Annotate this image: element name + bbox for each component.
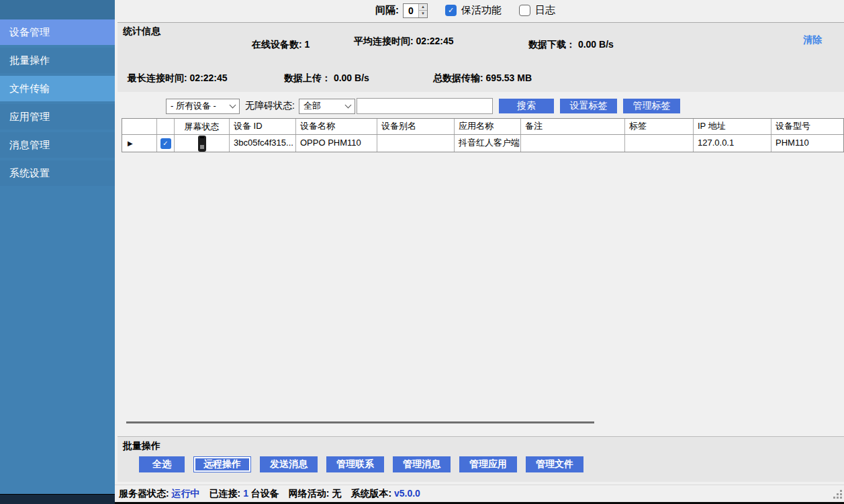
expander-arrow-icon[interactable]: ▶ (128, 140, 133, 147)
sidebar: 设备管理 批量操作 文件传输 应用管理 消息管理 系统设置 (0, 0, 115, 495)
stat-upload: 数据上传： 0.00 B/s (284, 72, 369, 85)
taskbar-fragment (0, 494, 115, 504)
batch-buttons-row: 全选 远程操作 发送消息 管理联系 管理消息 管理应用 管理文件 (139, 456, 592, 472)
col-device-alias: 设备别名 (377, 119, 455, 134)
sidebar-item-app-management[interactable]: 应用管理 (0, 104, 115, 130)
stat-total-value: 695.53 MB (486, 72, 532, 83)
resize-grip-icon[interactable] (834, 491, 842, 499)
row-app-name: 抖音红人客户端 (455, 135, 521, 152)
remote-operation-button[interactable]: 远程操作 (193, 456, 251, 472)
stat-avg-label: 平均连接时间: (354, 36, 414, 46)
stat-longest-connect-time: 最长连接时间: 02:22:45 (128, 72, 228, 85)
stat-download-label: 数据下载： (528, 39, 575, 50)
send-message-button[interactable]: 发送消息 (260, 456, 318, 472)
log-label: 日志 (535, 4, 555, 17)
horizontal-scrollbar-thumb[interactable] (126, 421, 594, 423)
device-table: 屏幕状态 设备 ID 设备名称 设备别名 应用名称 备注 标签 IP 地址 设备… (122, 118, 844, 152)
sidebar-item-system-settings[interactable]: 系统设置 (0, 160, 115, 186)
col-expander (122, 119, 157, 134)
system-version-segment: 系统版本: v5.0.0 (350, 488, 420, 500)
manage-messages-button[interactable]: 管理消息 (393, 456, 451, 472)
row-screen-status-cell[interactable] (175, 135, 230, 152)
log-checkbox-group[interactable]: 日志 (519, 4, 555, 17)
manage-apps-button[interactable]: 管理应用 (459, 456, 517, 472)
keepalive-checkbox[interactable]: ✓ (445, 5, 457, 16)
sidebar-item-device-management[interactable]: 设备管理 (0, 19, 115, 45)
app-window: 设备管理 批量操作 文件传输 应用管理 消息管理 系统设置 间隔: 0 ▲ ▼ … (0, 0, 844, 504)
accessibility-filter-label: 无障碍状态: (245, 100, 295, 112)
col-checkbox (157, 119, 175, 134)
spinner-up-icon[interactable]: ▲ (419, 4, 427, 11)
server-status-label: 服务器状态: (119, 488, 169, 499)
keepalive-checkbox-group[interactable]: ✓ 保活功能 (445, 4, 502, 17)
row-expander-cell[interactable]: ▶ (122, 135, 157, 152)
col-device-name: 设备名称 (296, 119, 377, 134)
row-device-name: OPPO PHM110 (296, 135, 377, 152)
phone-screen-icon[interactable] (198, 136, 206, 152)
select-all-button[interactable]: 全选 (139, 456, 185, 472)
stat-avg-value: 02:22:45 (416, 36, 454, 46)
batch-operations-panel: 批量操作 全选 远程操作 发送消息 管理联系 管理消息 管理应用 管理文件 (118, 436, 844, 482)
stat-upload-value: 0.00 B/s (334, 72, 369, 83)
sidebar-item-message-management[interactable]: 消息管理 (0, 132, 115, 158)
stat-online-label: 在线设备数: (252, 39, 302, 50)
system-version-value: v5.0.0 (394, 488, 420, 499)
network-activity-segment: 网络活动: 无 (289, 488, 342, 500)
row-ip-address: 127.0.0.1 (694, 135, 771, 152)
sidebar-item-batch-operations[interactable]: 批量操作 (0, 48, 115, 73)
manage-files-button[interactable]: 管理文件 (526, 456, 583, 472)
col-screen-status: 屏幕状态 (175, 119, 230, 134)
network-activity-label: 网络活动: (289, 488, 330, 499)
row-remark (521, 135, 625, 152)
row-device-model: PHM110 (771, 135, 843, 152)
stat-total-transfer: 总数据传输: 695.53 MB (433, 72, 532, 85)
row-device-id: 3bc05fc4f315... (230, 135, 296, 152)
connected-label: 已连接: (209, 488, 241, 499)
search-input[interactable] (357, 98, 493, 114)
connected-unit: 台设备 (251, 488, 279, 499)
stat-total-label: 总数据传输: (433, 72, 483, 83)
row-tag (625, 135, 694, 152)
statistics-title: 统计信息 (123, 26, 160, 38)
server-status-value: 运行中 (172, 488, 200, 499)
interval-spinner[interactable]: 0 ▲ ▼ (403, 3, 428, 18)
manage-contacts-button[interactable]: 管理联系 (326, 456, 384, 472)
spinner-down-icon[interactable]: ▼ (419, 10, 427, 17)
col-tag: 标签 (625, 119, 694, 134)
spinner-buttons: ▲ ▼ (418, 4, 427, 17)
stat-avg-connect-time: 平均连接时间: 02:22:45 (354, 36, 454, 48)
manage-tag-button[interactable]: 管理标签 (623, 99, 680, 113)
interval-label: 间隔: (375, 4, 399, 17)
col-ip-address: IP 地址 (694, 119, 771, 134)
clear-stats-link[interactable]: 清除 (803, 34, 822, 46)
set-tag-button[interactable]: 设置标签 (560, 99, 617, 113)
main-area: 间隔: 0 ▲ ▼ ✓ 保活功能 日志 统计信息 在线设备数: 1 (115, 0, 844, 504)
row-checkbox-cell: ✓ (157, 135, 175, 152)
stat-download-value: 0.00 B/s (578, 39, 614, 50)
chevron-down-icon (344, 101, 351, 108)
stat-online-value: 1 (305, 39, 310, 50)
row-device-alias (377, 135, 455, 152)
filter-row: - 所有设备 - 无障碍状态: 全部 搜索 设置标签 管理标签 (115, 97, 844, 115)
device-filter-value: - 所有设备 - (171, 100, 216, 112)
stat-longest-label: 最长连接时间: (128, 72, 187, 83)
stat-upload-label: 数据上传： (284, 72, 331, 83)
system-version-label: 系统版本: (350, 488, 391, 499)
row-checkbox[interactable]: ✓ (160, 138, 171, 149)
connected-segment: 已连接: 1 台设备 (209, 488, 279, 500)
accessibility-filter-select[interactable]: 全部 (299, 99, 355, 114)
network-activity-value: 无 (332, 488, 341, 499)
accessibility-filter-value: 全部 (303, 100, 321, 112)
connected-count: 1 (243, 488, 248, 499)
sidebar-item-file-transfer[interactable]: 文件传输 (0, 76, 115, 101)
table-row[interactable]: ▶ ✓ 3bc05fc4f315... OPPO PHM110 抖音红人客户端 … (122, 135, 843, 152)
col-device-id: 设备 ID (230, 119, 296, 134)
batch-operations-title: 批量操作 (123, 440, 160, 452)
stat-download: 数据下载： 0.00 B/s (528, 39, 614, 51)
keepalive-label: 保活功能 (461, 4, 502, 17)
log-checkbox[interactable] (519, 5, 530, 16)
search-button[interactable]: 搜索 (499, 99, 554, 113)
server-status-segment: 服务器状态: 运行中 (119, 488, 200, 500)
col-remark: 备注 (521, 119, 625, 134)
device-filter-select[interactable]: - 所有设备 - (166, 99, 240, 114)
